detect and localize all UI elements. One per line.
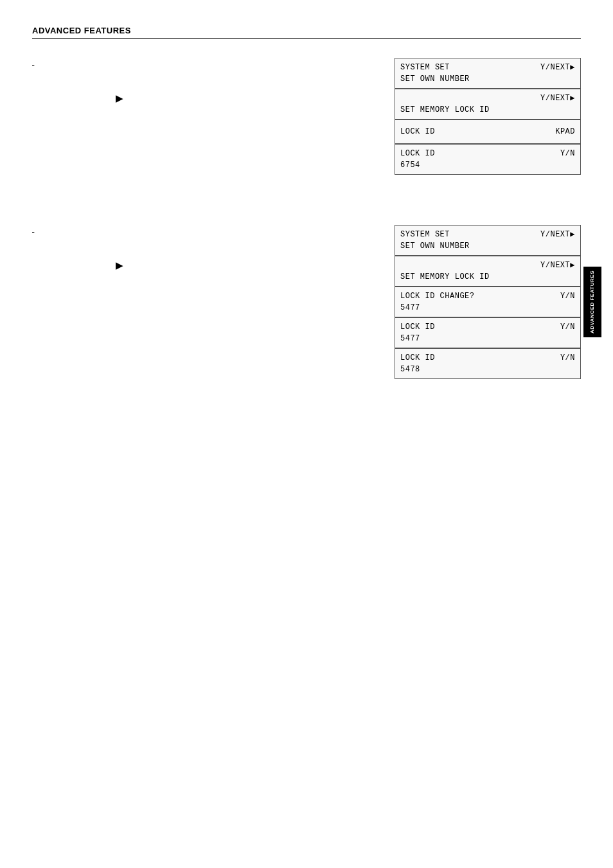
lcd-text-right: Y/N xyxy=(560,321,575,333)
lcd-screen-2-4: LOCK ID Y/N 5477 xyxy=(395,317,581,348)
lcd-text-right: Y/NEXT▶ xyxy=(540,229,575,240)
lcd-text: 5477 xyxy=(400,333,575,344)
lcd-line: LOCK ID Y/N xyxy=(400,352,575,364)
lcd-screen-2-3: LOCK ID CHANGE? Y/N 5477 xyxy=(395,287,581,317)
lcd-line: 6754 xyxy=(400,159,575,171)
lcd-text: LOCK ID xyxy=(400,148,557,159)
lcd-text: SET OWN NUMBER xyxy=(400,73,575,85)
section-1-arrow: ▶ xyxy=(116,93,123,103)
section-2-left: ▶ xyxy=(32,225,395,379)
lcd-text-right: Y/N xyxy=(560,290,575,302)
lcd-screen-2-2: Y/NEXT▶ SET MEMORY LOCK ID xyxy=(395,256,581,287)
lcd-text: LOCK ID CHANGE? xyxy=(400,290,557,302)
lcd-screen-1-4: LOCK ID Y/N 6754 xyxy=(395,144,581,175)
lcd-text: 5477 xyxy=(400,302,575,314)
lcd-line: Y/NEXT▶ xyxy=(400,260,575,271)
section-2: ▶ SYSTEM SET Y/NEXT▶ SET OWN NUMBER Y/NE… xyxy=(32,225,581,379)
lcd-screen-2-1: SYSTEM SET Y/NEXT▶ SET OWN NUMBER xyxy=(395,225,581,256)
lcd-line: 5477 xyxy=(400,302,575,314)
lcd-text: SYSTEM SET xyxy=(400,229,537,240)
section-1-screens: SYSTEM SET Y/NEXT▶ SET OWN NUMBER Y/NEXT… xyxy=(395,58,581,186)
header-rule xyxy=(32,38,581,39)
lcd-text-right: KPAD xyxy=(555,126,575,137)
lcd-line: LOCK ID KPAD xyxy=(400,126,575,137)
lcd-text-right: Y/NEXT▶ xyxy=(540,260,575,271)
lcd-text: SET OWN NUMBER xyxy=(400,240,575,252)
lcd-text: 5478 xyxy=(400,364,575,375)
section-2-screens: SYSTEM SET Y/NEXT▶ SET OWN NUMBER Y/NEXT… xyxy=(395,225,581,379)
lcd-screen-2-5: LOCK ID Y/N 5478 xyxy=(395,348,581,379)
lcd-line: LOCK ID Y/N xyxy=(400,148,575,159)
lcd-line: LOCK ID CHANGE? Y/N xyxy=(400,290,575,302)
lcd-line: 5478 xyxy=(400,364,575,375)
lcd-text-right: Y/N xyxy=(560,148,575,159)
lcd-text: LOCK ID xyxy=(400,352,557,364)
section-2-label xyxy=(32,225,382,233)
section-2-arrow: ▶ xyxy=(116,260,123,270)
lcd-screen-1-1: SYSTEM SET Y/NEXT▶ SET OWN NUMBER xyxy=(395,58,581,89)
lcd-line: SYSTEM SET Y/NEXT▶ xyxy=(400,62,575,73)
lcd-line: 5477 xyxy=(400,333,575,344)
section-1-left: ▶ xyxy=(32,58,395,186)
side-tab: ADVANCED FEATURES xyxy=(583,267,601,337)
section-1: ▶ SYSTEM SET Y/NEXT▶ SET OWN NUMBER Y/NE… xyxy=(32,58,581,186)
lcd-screen-1-2: Y/NEXT▶ SET MEMORY LOCK ID xyxy=(395,89,581,120)
lcd-line: SET MEMORY LOCK ID xyxy=(400,271,575,283)
page-header: ADVANCED FEATURES xyxy=(32,26,581,39)
lcd-text: SET MEMORY LOCK ID xyxy=(400,104,575,116)
lcd-line: SET MEMORY LOCK ID xyxy=(400,104,575,116)
lcd-line: SET OWN NUMBER xyxy=(400,240,575,252)
lcd-text: LOCK ID xyxy=(400,126,552,137)
lcd-text-right: Y/N xyxy=(560,352,575,364)
lcd-text-right: Y/NEXT▶ xyxy=(540,93,575,104)
lcd-text: LOCK ID xyxy=(400,321,557,333)
lcd-text: SET MEMORY LOCK ID xyxy=(400,271,575,283)
page-container: ADVANCED FEATURES ▶ SYSTEM SET Y/NEXT▶ S… xyxy=(0,0,613,868)
side-tab-text: ADVANCED FEATURES xyxy=(589,270,596,333)
lcd-line: Y/NEXT▶ xyxy=(400,93,575,104)
lcd-line: LOCK ID Y/N xyxy=(400,321,575,333)
section-1-label xyxy=(32,58,382,66)
lcd-text-right: Y/NEXT▶ xyxy=(540,62,575,73)
lcd-line: SYSTEM SET Y/NEXT▶ xyxy=(400,229,575,240)
page-title: ADVANCED FEATURES xyxy=(32,26,581,35)
lcd-text: SYSTEM SET xyxy=(400,62,537,73)
lcd-text: 6754 xyxy=(400,159,575,171)
lcd-line: SET OWN NUMBER xyxy=(400,73,575,85)
lcd-screen-1-3: LOCK ID KPAD xyxy=(395,120,581,144)
